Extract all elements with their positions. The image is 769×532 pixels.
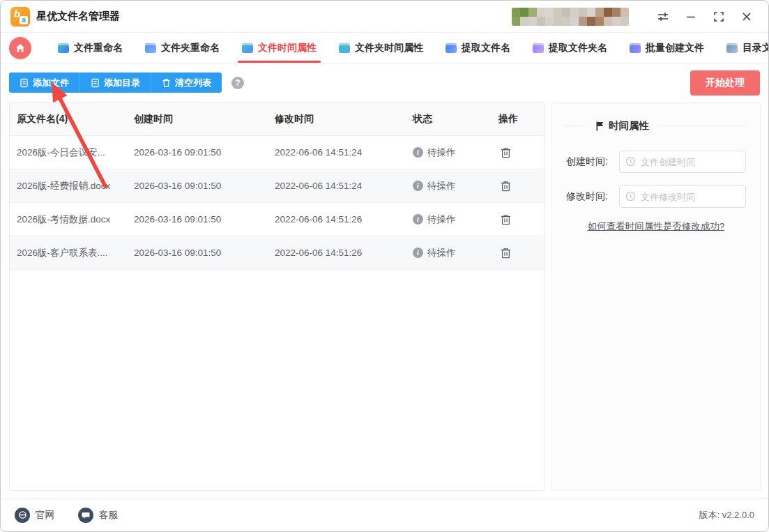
tab-label: 文件时间属性 — [258, 42, 317, 54]
cell-status: i待操作 — [406, 236, 492, 270]
footer: 官网 客服 版本: v2.2.0.0 — [1, 498, 768, 531]
tab-label: 提取文件夹名 — [549, 42, 607, 54]
table-row[interactable]: 2026版-今日会议安...2026-03-16 09:01:502022-06… — [10, 136, 544, 169]
tab-4[interactable]: 提取文件名 — [434, 33, 521, 63]
tab-label: 目录文件合并/提取 — [743, 42, 769, 54]
clear-list-label: 清空列表 — [175, 77, 211, 89]
folder-rename-icon — [145, 43, 156, 53]
tab-0[interactable]: 文件重命名 — [47, 33, 134, 63]
extract-filename-icon — [446, 43, 457, 53]
files-rename-icon — [58, 43, 69, 53]
file-time-icon — [242, 43, 253, 53]
app-title: 星优文件名管理器 — [36, 10, 120, 23]
file-actions-group: 添加文件 添加目录 清空列表 — [9, 73, 222, 93]
tab-6[interactable]: 批量创建文件 — [618, 33, 715, 63]
table-row[interactable]: 2026版-考情数据.docx2026-03-16 09:01:502022-0… — [10, 203, 544, 236]
cell-created: 2026-03-16 09:01:50 — [127, 136, 268, 169]
cell-status: i待操作 — [406, 136, 492, 169]
tab-label: 提取文件名 — [462, 42, 510, 54]
cell-filename: 2026版-客户联系表.... — [10, 236, 127, 270]
modified-time-row: 修改时间: — [566, 185, 746, 208]
info-icon: i — [413, 147, 423, 158]
time-attribute-panel: 时间属性 创建时间: 修改时间: — [551, 102, 761, 491]
cell-filename: 2026版-经费报销.docx — [10, 169, 127, 203]
status-text: 待操作 — [427, 247, 456, 259]
tab-label: 批量创建文件 — [646, 42, 704, 54]
trash-icon — [500, 213, 512, 226]
delete-row-button[interactable] — [498, 178, 513, 194]
delete-row-button[interactable] — [498, 212, 513, 227]
close-icon[interactable] — [735, 6, 759, 27]
modified-time-label: 修改时间: — [566, 190, 619, 203]
panel-title-row: 时间属性 — [566, 119, 746, 132]
title-bar: ba 星优文件名管理器 — [1, 1, 768, 33]
add-file-button[interactable]: 添加文件 — [9, 73, 80, 93]
tab-1[interactable]: 文件夹重命名 — [134, 33, 231, 63]
folder-time-icon — [339, 43, 350, 53]
trash-icon — [500, 180, 512, 192]
help-icon[interactable]: ? — [231, 77, 244, 89]
cell-modified: 2022-06-06 14:51:26 — [268, 203, 406, 236]
minimize-icon[interactable] — [679, 6, 703, 27]
cell-status: i待操作 — [406, 169, 492, 203]
cell-created: 2026-03-16 09:01:50 — [127, 236, 268, 270]
cell-filename: 2026版-今日会议安... — [10, 136, 127, 169]
created-time-input[interactable] — [619, 151, 746, 173]
tab-2[interactable]: 文件时间属性 — [231, 33, 328, 63]
customer-service-label: 客服 — [99, 509, 118, 522]
info-icon: i — [413, 214, 423, 225]
file-table: 原文件名(4)创建时间修改时间状态操作 2026版-今日会议安...2026-0… — [9, 102, 545, 491]
cell-action — [492, 203, 545, 236]
table-body: 2026版-今日会议安...2026-03-16 09:01:502022-06… — [10, 136, 544, 270]
version-label: 版本: v2.2.0.0 — [699, 509, 754, 522]
tab-5[interactable]: 提取文件夹名 — [521, 33, 618, 63]
tab-list: 文件重命名文件夹重命名文件时间属性文件夹时间属性提取文件名提取文件夹名批量创建文… — [47, 33, 769, 63]
batch-create-icon — [630, 43, 641, 53]
clock-icon — [625, 156, 636, 167]
cell-modified: 2022-06-06 14:51:24 — [268, 136, 406, 169]
official-site-label: 官网 — [36, 509, 54, 522]
redacted-user-info — [512, 8, 629, 26]
flag-icon — [595, 121, 604, 131]
delete-row-button[interactable] — [498, 145, 513, 160]
info-icon: i — [413, 248, 423, 258]
created-time-row: 创建时间: — [566, 151, 746, 173]
tab-label: 文件重命名 — [74, 42, 123, 54]
tab-label: 文件夹重命名 — [161, 42, 220, 54]
column-header: 修改时间 — [268, 102, 406, 136]
start-process-button[interactable]: 开始处理 — [690, 70, 760, 96]
tab-3[interactable]: 文件夹时间属性 — [328, 33, 434, 63]
add-directory-button[interactable]: 添加目录 — [80, 73, 151, 93]
table-row[interactable]: 2026版-客户联系表....2026-03-16 09:01:502022-0… — [10, 236, 544, 270]
app-window: ba 星优文件名管理器 — [0, 0, 769, 532]
cell-action — [492, 169, 545, 203]
customer-service-link[interactable]: 客服 — [78, 508, 118, 523]
settings-sliders-icon[interactable] — [651, 6, 675, 27]
official-site-link[interactable]: 官网 — [15, 508, 54, 523]
modified-time-input[interactable] — [619, 185, 746, 208]
how-to-verify-link[interactable]: 如何查看时间属性是否修改成功? — [566, 220, 746, 233]
created-time-label: 创建时间: — [566, 155, 619, 168]
tab-label: 文件夹时间属性 — [355, 42, 423, 54]
toolbar: 添加文件 添加目录 清空列表 ? 开始处理 — [1, 63, 768, 102]
tab-7[interactable]: 目录文件合并/提取 — [715, 33, 769, 63]
maximize-icon[interactable] — [707, 6, 731, 27]
column-header: 操作 — [492, 102, 545, 136]
extract-foldername-icon — [533, 43, 544, 53]
delete-row-button[interactable] — [498, 245, 513, 261]
cell-status: i待操作 — [406, 203, 492, 236]
cell-action — [492, 236, 545, 270]
merge-extract-icon — [726, 43, 738, 53]
app-logo-icon: ba — [10, 7, 30, 26]
trash-icon — [500, 247, 512, 259]
column-header: 原文件名(4) — [10, 102, 127, 136]
cell-action — [492, 136, 545, 169]
table-row[interactable]: 2026版-经费报销.docx2026-03-16 09:01:502022-0… — [10, 169, 544, 203]
clear-list-button[interactable]: 清空列表 — [151, 73, 222, 93]
status-text: 待操作 — [427, 146, 456, 159]
status-text: 待操作 — [427, 213, 456, 226]
column-header: 状态 — [406, 102, 492, 136]
home-button[interactable] — [9, 37, 31, 59]
tab-bar: 文件重命名文件夹重命名文件时间属性文件夹时间属性提取文件名提取文件夹名批量创建文… — [1, 33, 768, 63]
browser-e-icon — [15, 508, 30, 523]
